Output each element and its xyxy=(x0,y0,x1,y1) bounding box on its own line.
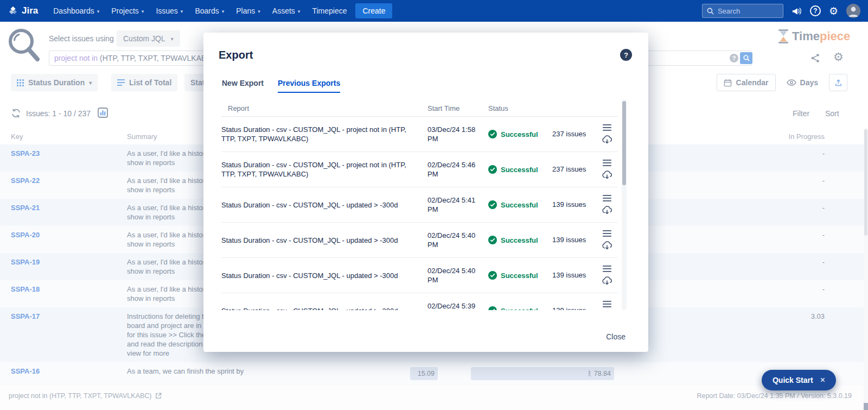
tab-previous-exports[interactable]: Previous Exports xyxy=(278,79,340,93)
nav-item[interactable]: Assets ▾ xyxy=(272,7,301,15)
nav-item[interactable]: Timepiece xyxy=(312,7,347,15)
nav-item-label: Projects xyxy=(111,7,139,15)
row-menu-icon[interactable] xyxy=(603,301,611,307)
top-nav: Jira Dashboards ▾ Projects ▾ Issues ▾ Bo… xyxy=(0,0,868,22)
modal-scrollbar[interactable] xyxy=(622,99,627,310)
export-start-time: 02/Dec/24 5:40 PM xyxy=(427,266,488,285)
question-glyph: ? xyxy=(813,7,817,15)
nav-item[interactable]: Plans ▾ xyxy=(236,7,260,15)
status-text: Successful xyxy=(501,201,538,209)
export-modal: Export ? New Export Previous Exports Rep… xyxy=(203,33,648,352)
exports-table-header: Report Start Time Status xyxy=(221,100,618,117)
row-menu-icon[interactable] xyxy=(603,160,611,166)
tab-new-export[interactable]: New Export xyxy=(222,79,264,93)
modal-scrollbar-thumb[interactable] xyxy=(622,101,626,185)
status-text: Successful xyxy=(501,272,538,280)
export-start-time: 02/Dec/24 5:39 PM xyxy=(427,301,488,310)
export-report-name: Status Duration - csv - CUSTOM_JQL - pro… xyxy=(221,160,427,179)
nav-item[interactable]: Issues ▾ xyxy=(156,7,183,15)
export-status: Successful xyxy=(488,200,552,209)
nav-menu: Dashboards ▾ Projects ▾ Issues ▾ Boards … xyxy=(53,7,347,15)
col-status: Status xyxy=(488,104,552,112)
export-issue-count: 139 issues xyxy=(552,236,587,244)
question-glyph: ? xyxy=(624,51,628,59)
success-check-icon xyxy=(488,165,497,174)
download-cloud-icon[interactable] xyxy=(602,206,612,215)
export-issue-count: 139 issues xyxy=(552,306,587,310)
search-icon xyxy=(707,8,714,15)
close-button[interactable]: Close xyxy=(606,332,626,341)
nav-item-label: Timepiece xyxy=(312,7,347,15)
nav-right: ? ⚙ xyxy=(702,4,868,18)
modal-help-icon[interactable]: ? xyxy=(620,49,632,61)
status-text: Successful xyxy=(501,166,538,174)
create-button[interactable]: Create xyxy=(355,3,392,18)
download-cloud-icon[interactable] xyxy=(602,135,612,144)
export-report-name: Status Duration - csv - CUSTOM_JQL - upd… xyxy=(221,236,427,245)
download-cloud-icon[interactable] xyxy=(602,241,612,250)
chevron-down-icon: ▾ xyxy=(181,8,183,14)
status-text: Successful xyxy=(501,130,538,138)
chevron-down-icon: ▾ xyxy=(298,8,301,14)
download-cloud-icon[interactable] xyxy=(602,171,612,180)
col-start-time: Start Time xyxy=(427,104,488,113)
modal-tabs: New Export Previous Exports xyxy=(203,61,648,93)
nav-item-label: Plans xyxy=(236,7,255,15)
exports-table: Report Start Time Status Status Duration… xyxy=(221,100,618,310)
megaphone-icon[interactable] xyxy=(792,7,802,16)
export-start-time: 02/Dec/24 5:40 PM xyxy=(427,231,488,249)
modal-title: Export xyxy=(219,49,253,61)
export-report-name: Status Duration - csv - CUSTOM_JQL - upd… xyxy=(221,200,427,210)
nav-item-label: Dashboards xyxy=(53,7,94,15)
nav-item-label: Boards xyxy=(195,7,219,15)
export-report-name: Status Duration - csv - CUSTOM_JQL - pro… xyxy=(221,125,427,143)
nav-item[interactable]: Boards ▾ xyxy=(195,7,224,15)
chevron-down-icon: ▾ xyxy=(222,8,225,14)
col-report: Report xyxy=(221,104,427,113)
export-row: Status Duration - csv - CUSTOM_JQL - upd… xyxy=(221,187,618,223)
help-icon[interactable]: ? xyxy=(810,5,821,16)
row-menu-icon[interactable] xyxy=(603,266,611,272)
row-menu-icon[interactable] xyxy=(603,124,611,131)
export-start-time: 02/Dec/24 5:41 PM xyxy=(427,195,488,214)
export-status: Successful xyxy=(488,271,552,280)
export-row: Status Duration - csv - CUSTOM_JQL - upd… xyxy=(221,293,618,310)
chevron-down-icon: ▾ xyxy=(142,8,144,14)
export-status: Successful xyxy=(488,130,552,138)
export-issue-count: 139 issues xyxy=(552,271,587,280)
export-row: Status Duration - csv - CUSTOM_JQL - upd… xyxy=(221,258,618,293)
search-input[interactable] xyxy=(718,7,778,15)
export-report-name: Status Duration - csv - CUSTOM_JQL - upd… xyxy=(221,271,427,280)
gear-icon[interactable]: ⚙ xyxy=(829,6,838,16)
nav-item-label: Assets xyxy=(272,7,295,15)
export-row: Status Duration - csv - CUSTOM_JQL - pro… xyxy=(221,117,618,152)
chevron-down-icon: ▾ xyxy=(97,8,100,14)
export-status: Successful xyxy=(488,236,552,244)
chevron-down-icon: ▾ xyxy=(258,8,260,14)
success-check-icon xyxy=(488,306,497,310)
export-status: Successful xyxy=(488,306,552,310)
brand-text: Jira xyxy=(22,5,38,16)
export-issue-count: 237 issues xyxy=(552,165,587,174)
close-icon[interactable]: × xyxy=(820,376,825,384)
quick-start-button[interactable]: Quick Start × xyxy=(762,370,836,390)
export-start-time: 03/Dec/24 1:58 PM xyxy=(427,125,488,143)
export-start-time: 02/Dec/24 5:46 PM xyxy=(427,160,488,179)
nav-item[interactable]: Projects ▾ xyxy=(111,7,144,15)
avatar[interactable] xyxy=(846,4,860,18)
row-menu-icon[interactable] xyxy=(603,230,611,237)
nav-search[interactable] xyxy=(702,4,783,18)
jira-mark-icon xyxy=(8,5,18,16)
export-issue-count: 139 issues xyxy=(552,200,587,209)
export-row: Status Duration - csv - CUSTOM_JQL - upd… xyxy=(221,223,618,258)
download-cloud-icon[interactable] xyxy=(602,276,612,286)
jira-logo[interactable]: Jira xyxy=(0,5,38,16)
nav-item[interactable]: Dashboards ▾ xyxy=(53,7,99,15)
app-root: Jira Dashboards ▾ Projects ▾ Issues ▾ Bo… xyxy=(0,0,868,410)
nav-item-label: Issues xyxy=(156,7,177,15)
status-text: Successful xyxy=(501,307,538,311)
success-check-icon xyxy=(488,200,497,209)
row-menu-icon[interactable] xyxy=(603,195,611,201)
success-check-icon xyxy=(488,130,497,138)
status-text: Successful xyxy=(501,236,538,244)
